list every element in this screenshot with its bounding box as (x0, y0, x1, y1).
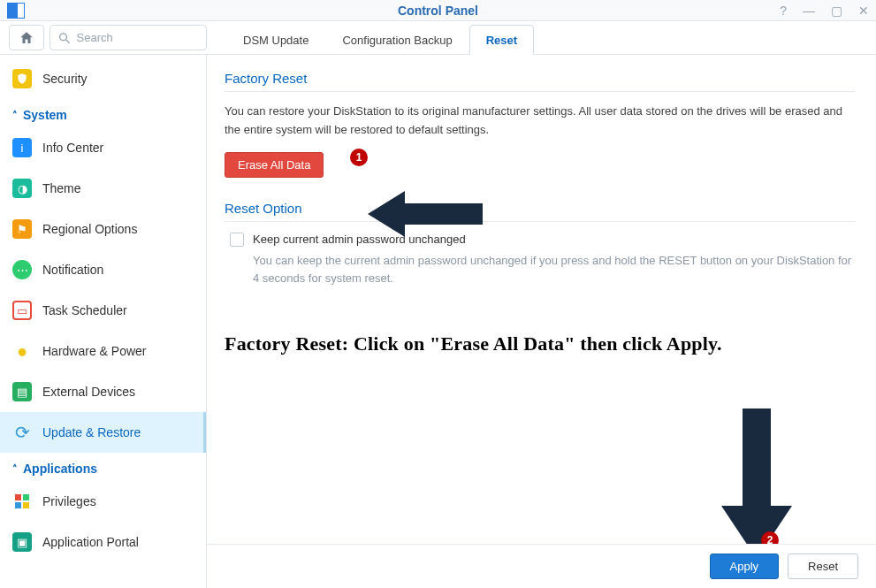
sidebar-item-label: Privileges (42, 494, 96, 508)
home-button[interactable] (9, 25, 44, 50)
sidebar-item-info-center[interactable]: i Info Center (0, 127, 206, 168)
tab-reset[interactable]: Reset (469, 25, 534, 54)
sidebar-item-label: External Devices (42, 385, 135, 399)
help-icon[interactable]: ? (780, 4, 787, 18)
chevron-up-icon: ˄ (12, 110, 18, 121)
factory-reset-heading: Factory Reset (225, 71, 855, 92)
maximize-icon[interactable]: ▢ (831, 4, 842, 18)
sidebar-item-update-restore[interactable]: ⟳ Update & Restore (0, 412, 206, 453)
close-icon[interactable]: ✕ (858, 4, 869, 18)
sidebar-item-label: Notification (42, 263, 103, 277)
calendar-icon: ▭ (12, 301, 32, 320)
sidebar-item-label: Regional Options (42, 222, 137, 236)
annotation-instruction: Factory Reset: Click on "Erase All Data"… (225, 331, 855, 357)
keep-password-checkbox[interactable] (230, 233, 244, 247)
drive-icon: ▤ (12, 382, 32, 401)
sidebar-item-security[interactable]: Security (0, 58, 206, 99)
sidebar-item-label: Info Center (42, 141, 103, 155)
svg-rect-3 (23, 494, 29, 500)
sidebar-item-label: Application Portal (42, 535, 139, 549)
sidebar-item-label: Hardware & Power (42, 344, 147, 358)
tab-dsm-update[interactable]: DSM Update (226, 25, 325, 54)
app-logo-icon (7, 3, 25, 19)
sidebar-item-label: Task Scheduler (42, 303, 127, 317)
factory-reset-description: You can restore your DiskStation to its … (225, 103, 855, 140)
grid-icon (12, 492, 32, 511)
sidebar-header-label: Applications (23, 462, 97, 476)
minimize-icon[interactable]: — (803, 4, 815, 18)
svg-rect-4 (15, 502, 21, 508)
main-content: Factory Reset You can restore your DiskS… (207, 55, 876, 588)
top-row: DSM Update Configuration Backup Reset (0, 21, 876, 55)
sidebar-header-label: System (23, 108, 67, 122)
refresh-icon: ⟳ (12, 423, 32, 442)
sidebar-header-applications[interactable]: ˄ Applications (0, 453, 206, 481)
search-icon (57, 30, 72, 46)
bulb-icon: ● (12, 341, 32, 361)
apply-button[interactable]: Apply (710, 554, 780, 579)
sidebar-item-regional[interactable]: ⚑ Regional Options (0, 209, 206, 249)
sidebar-item-label: Security (42, 72, 88, 86)
window-title: Control Panel (0, 4, 876, 18)
sidebar-item-label: Update & Restore (42, 425, 141, 439)
tab-config-backup[interactable]: Configuration Backup (325, 25, 468, 54)
sidebar-item-external-devices[interactable]: ▤ External Devices (0, 371, 206, 412)
chat-icon: ⋯ (12, 260, 32, 279)
search-field[interactable] (50, 25, 207, 50)
tab-strip: DSM Update Configuration Backup Reset (226, 21, 534, 54)
sidebar-item-hardware-power[interactable]: ● Hardware & Power (0, 331, 206, 371)
sidebar-item-app-portal[interactable]: ▣ Application Portal (0, 522, 206, 562)
sidebar-item-notification[interactable]: ⋯ Notification (0, 249, 206, 290)
title-bar: Control Panel ? — ▢ ✕ (0, 0, 876, 21)
keep-password-hint: You can keep the current admin password … (253, 252, 855, 289)
sidebar-item-task-scheduler[interactable]: ▭ Task Scheduler (0, 290, 206, 331)
sidebar: Security ˄ System i Info Center ◑ Theme … (0, 55, 207, 588)
keep-password-label: Keep current admin password unchanged (253, 233, 466, 246)
svg-rect-2 (15, 494, 21, 500)
search-input[interactable] (77, 31, 199, 44)
shield-icon (12, 69, 32, 88)
svg-marker-7 (721, 409, 792, 559)
reset-option-heading: Reset Option (225, 201, 855, 222)
sidebar-item-theme[interactable]: ◑ Theme (0, 168, 206, 209)
reset-button[interactable]: Reset (788, 554, 858, 579)
palette-icon: ◑ (12, 179, 32, 198)
annotation-arrow-down-icon (721, 409, 792, 559)
svg-line-1 (66, 39, 70, 42)
home-icon (19, 30, 34, 46)
svg-point-0 (60, 33, 67, 40)
svg-rect-5 (23, 502, 29, 508)
annotation-badge-1: 1 (350, 149, 368, 166)
footer-bar: Apply Reset (207, 544, 876, 588)
sidebar-header-system[interactable]: ˄ System (0, 99, 206, 127)
flag-icon: ⚑ (12, 219, 32, 239)
portal-icon: ▣ (12, 532, 32, 552)
sidebar-item-label: Theme (42, 181, 81, 195)
chevron-up-icon: ˄ (12, 463, 18, 475)
sidebar-item-privileges[interactable]: Privileges (0, 481, 206, 522)
info-icon: i (12, 138, 32, 157)
erase-all-data-button[interactable]: Erase All Data (225, 152, 324, 178)
